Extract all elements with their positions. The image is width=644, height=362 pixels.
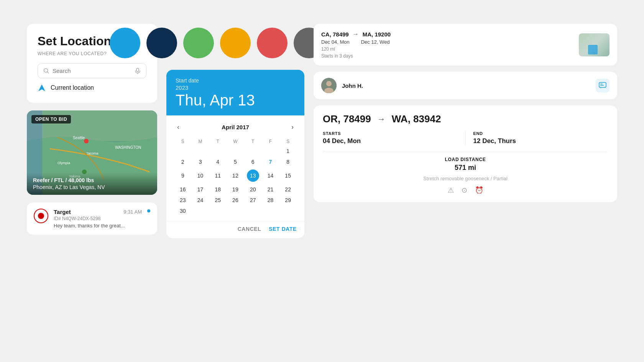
cal-day-empty	[209, 206, 227, 216]
cal-week-2: 2 3 4 5 6 7 8	[174, 156, 297, 167]
cal-day-2[interactable]: 2	[174, 156, 192, 167]
route-map-thumbnail	[579, 33, 610, 56]
notification-header: Target 9:31 AM	[54, 209, 142, 215]
cal-day-1[interactable]: 1	[279, 146, 297, 156]
calendar-selected-date: Thu, Apr 13	[176, 92, 295, 108]
target-logo-inner	[38, 213, 44, 219]
cal-day-30[interactable]: 30	[174, 206, 192, 216]
cal-day-8[interactable]: 8	[279, 156, 297, 167]
route-large-endpoints: OR, 78499 → WA, 83942	[323, 113, 608, 125]
route-large-to: WA, 83942	[392, 113, 441, 125]
cal-day-26[interactable]: 26	[227, 195, 244, 206]
route-top-from: CA, 78499	[321, 31, 349, 38]
center-column: Start date 2023 Thu, Apr 13 ‹ April 2017…	[166, 24, 304, 238]
route-top-starts: Starts in 3 days	[321, 53, 574, 59]
calendar-next-button[interactable]: ›	[288, 122, 297, 133]
route-end-value: 12 Dec, Thurs	[473, 137, 608, 145]
route-starts-col: STARTS 04 Dec, Mon	[323, 131, 466, 145]
chat-button[interactable]	[596, 79, 610, 92]
cal-week-3: 9 10 11 12 13 14 15	[174, 167, 297, 184]
cal-week-4: 16 17 18 19 20 21 22	[174, 184, 297, 195]
cal-day-18[interactable]: 18	[209, 184, 227, 195]
cal-day-4[interactable]: 4	[209, 156, 227, 167]
cal-day-9[interactable]: 9	[174, 167, 192, 184]
route-map-highlight	[588, 45, 598, 54]
route-large-arrow: →	[377, 114, 386, 124]
cal-day-10[interactable]: 10	[192, 167, 209, 184]
cal-day-6[interactable]: 6	[244, 156, 262, 167]
swatch-red	[257, 28, 288, 58]
cal-day-empty	[244, 146, 262, 156]
route-top-to: MA, 19200	[363, 31, 391, 38]
right-column: CA, 78499 → MA, 19200 Dec 04, Mon Dec 12…	[314, 24, 617, 202]
location-icon: ⊙	[462, 186, 467, 194]
main-canvas: Set Location WHERE ARE YOU LOCATED?	[27, 24, 617, 338]
color-swatches	[166, 24, 304, 62]
open-to-bid-badge: OPEN TO BID	[31, 115, 71, 123]
cal-week-6: 30	[174, 206, 297, 216]
route-top-info: CA, 78499 → MA, 19200 Dec 04, Mon Dec 12…	[321, 31, 574, 59]
route-top-from-date: Dec 04, Mon	[321, 39, 350, 45]
route-icons: ⚠ ⊙ ⏰	[323, 186, 608, 194]
cal-day-13[interactable]: 13	[244, 167, 262, 184]
calendar-body: ‹ April 2017 › S M T W T F S	[166, 115, 304, 221]
route-starts-value: 04 Dec, Mon	[323, 137, 458, 145]
swatch-green	[183, 28, 214, 58]
notification-id: ID# N4QW-24DX-5298	[54, 216, 142, 221]
cal-day-27[interactable]: 27	[244, 195, 262, 206]
calendar-set-date-button[interactable]: SET DATE	[269, 226, 297, 232]
cal-day-16[interactable]: 16	[174, 184, 192, 195]
calendar-year: 2023	[176, 84, 295, 91]
cal-day-empty	[262, 206, 279, 216]
cal-day-empty	[262, 146, 279, 156]
cal-day-29[interactable]: 29	[279, 195, 297, 206]
calendar-cancel-button[interactable]: CANCEL	[238, 226, 261, 232]
cal-week-5: 23 24 25 26 27 28 29	[174, 195, 297, 206]
cal-day-11[interactable]: 11	[209, 167, 227, 184]
cal-day-25[interactable]: 25	[209, 195, 227, 206]
notification-card: Target 9:31 AM ID# N4QW-24DX-5298 Hey te…	[27, 202, 157, 235]
left-column: Set Location WHERE ARE YOU LOCATED?	[27, 24, 157, 235]
cal-day-21[interactable]: 21	[262, 184, 279, 195]
cal-day-7[interactable]: 7	[262, 156, 279, 167]
swatch-yellow	[220, 28, 251, 58]
current-location-label: Current location	[51, 84, 94, 91]
route-distance-label: LOAD DISTANCE	[323, 157, 608, 162]
cal-day-5[interactable]: 5	[227, 156, 244, 167]
route-top-endpoints: CA, 78499 → MA, 19200	[321, 31, 574, 38]
cal-day-28[interactable]: 28	[262, 195, 279, 206]
calendar-prev-button[interactable]: ‹	[174, 122, 182, 133]
user-avatar	[321, 78, 337, 93]
cal-day-empty	[244, 206, 262, 216]
cal-header-sat: S	[279, 137, 297, 146]
cal-header-mon: M	[192, 137, 209, 146]
cal-day-17[interactable]: 17	[192, 184, 209, 195]
route-top-meta: 120 mi	[321, 46, 574, 52]
route-top-dates: Dec 04, Mon Dec 12, Wed	[321, 39, 574, 45]
cal-day-19[interactable]: 19	[227, 184, 244, 195]
search-input[interactable]	[53, 67, 131, 74]
cal-day-14[interactable]: 14	[262, 167, 279, 184]
cal-day-24[interactable]: 24	[192, 195, 209, 206]
calendar-card: Start date 2023 Thu, Apr 13 ‹ April 2017…	[166, 70, 304, 238]
cal-day-20[interactable]: 20	[244, 184, 262, 195]
notification-sender: Target	[54, 209, 71, 215]
calendar-nav: ‹ April 2017 ›	[174, 122, 297, 133]
avatar-image	[321, 78, 337, 93]
cal-day-empty	[227, 146, 244, 156]
route-distance-section: LOAD DISTANCE 571 mi Stretch removable g…	[323, 157, 608, 194]
cal-day-12[interactable]: 12	[227, 167, 244, 184]
notification-message: Hey team, thanks for the great...	[54, 223, 142, 229]
svg-text:Seattle: Seattle	[73, 136, 85, 140]
calendar-header: Start date 2023 Thu, Apr 13	[166, 70, 304, 115]
route-large-details: STARTS 04 Dec, Mon END 12 Dec, Thurs	[323, 131, 608, 151]
search-box[interactable]	[38, 63, 146, 78]
navigation-icon	[38, 84, 46, 92]
cal-day-15[interactable]: 15	[279, 167, 297, 184]
cal-day-22[interactable]: 22	[279, 184, 297, 195]
cal-day-3[interactable]: 3	[192, 156, 209, 167]
cal-day-23[interactable]: 23	[174, 195, 192, 206]
search-icon	[43, 68, 49, 74]
svg-rect-18	[599, 82, 606, 87]
current-location-button[interactable]: Current location	[38, 84, 146, 92]
